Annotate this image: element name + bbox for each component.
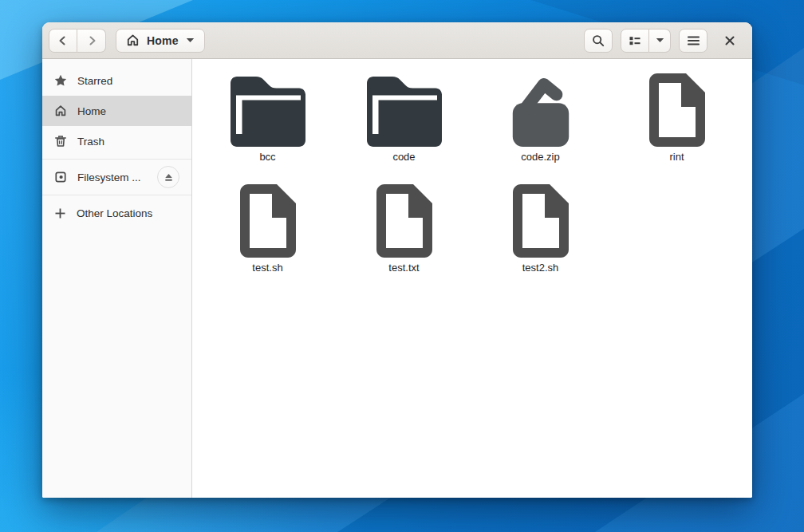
sidebar-item-trash[interactable]: Trash [42, 126, 191, 156]
file-item[interactable]: test.sh [199, 184, 336, 295]
sidebar-item-label: Filesystem ... [77, 171, 141, 183]
trash-icon [54, 135, 67, 148]
sidebar-separator [42, 159, 191, 160]
search-button[interactable] [584, 29, 613, 53]
list-view-button[interactable] [621, 29, 649, 53]
forward-button[interactable] [77, 29, 106, 53]
star-icon [54, 74, 67, 87]
sidebar-item-other-locations[interactable]: Other Locations [42, 198, 191, 228]
sidebar-item-label: Other Locations [77, 207, 152, 219]
chevron-down-icon [656, 37, 664, 43]
files-window: Home [42, 22, 752, 498]
file-item[interactable]: code.zip [472, 73, 609, 184]
drive-icon [54, 171, 67, 183]
document-icon [376, 184, 432, 258]
sidebar-item-home[interactable]: Home [42, 96, 191, 126]
sidebar-item-label: Home [77, 105, 106, 117]
file-name: test2.sh [522, 262, 559, 274]
sidebar-item-filesystem[interactable]: Filesystem ... [42, 162, 191, 192]
close-icon [724, 35, 735, 46]
list-view-icon [629, 34, 641, 47]
home-icon [54, 104, 67, 117]
hamburger-menu-button[interactable] [679, 29, 707, 53]
home-icon [126, 33, 140, 47]
file-item[interactable]: rint [609, 73, 745, 184]
file-name: rint [669, 151, 684, 163]
path-label: Home [147, 34, 179, 47]
places-sidebar: Starred Home Trash Filesystem ... [42, 59, 192, 498]
close-button[interactable] [718, 29, 742, 53]
document-icon [649, 73, 705, 147]
file-name: code [392, 151, 415, 163]
file-name: bcc [259, 151, 275, 163]
folder-icon [367, 73, 442, 147]
back-button[interactable] [49, 29, 77, 53]
view-options-button[interactable] [649, 29, 671, 53]
file-name: test.txt [388, 262, 419, 274]
view-toggle-group [621, 29, 671, 53]
file-name: test.sh [252, 262, 282, 274]
chevron-down-icon [186, 37, 195, 43]
archive-icon [507, 73, 574, 147]
sidebar-item-label: Trash [77, 136, 104, 148]
hamburger-menu-icon [688, 36, 700, 45]
sidebar-item-starred[interactable]: Starred [42, 65, 191, 96]
file-item[interactable]: test.txt [336, 184, 472, 295]
chevron-left-icon [57, 34, 69, 47]
file-view-background[interactable]: bcc code code.zip [192, 59, 752, 498]
search-icon [592, 34, 605, 47]
window-body: Starred Home Trash Filesystem ... [42, 59, 752, 498]
eject-button[interactable] [157, 166, 179, 188]
file-item[interactable]: code [336, 73, 472, 184]
file-name: code.zip [521, 151, 559, 163]
file-item[interactable]: bcc [199, 73, 336, 184]
document-icon [513, 184, 569, 258]
sidebar-item-label: Starred [77, 75, 112, 87]
chevron-right-icon [85, 34, 98, 47]
file-item[interactable]: test2.sh [472, 184, 609, 295]
header-bar: Home [42, 22, 752, 59]
path-bar-button[interactable]: Home [116, 29, 205, 53]
folder-icon [231, 73, 305, 147]
document-icon [240, 184, 296, 258]
plus-icon [54, 207, 66, 219]
file-grid: bcc code code.zip [199, 73, 752, 295]
nav-button-group [49, 29, 106, 53]
sidebar-separator [42, 195, 191, 195]
